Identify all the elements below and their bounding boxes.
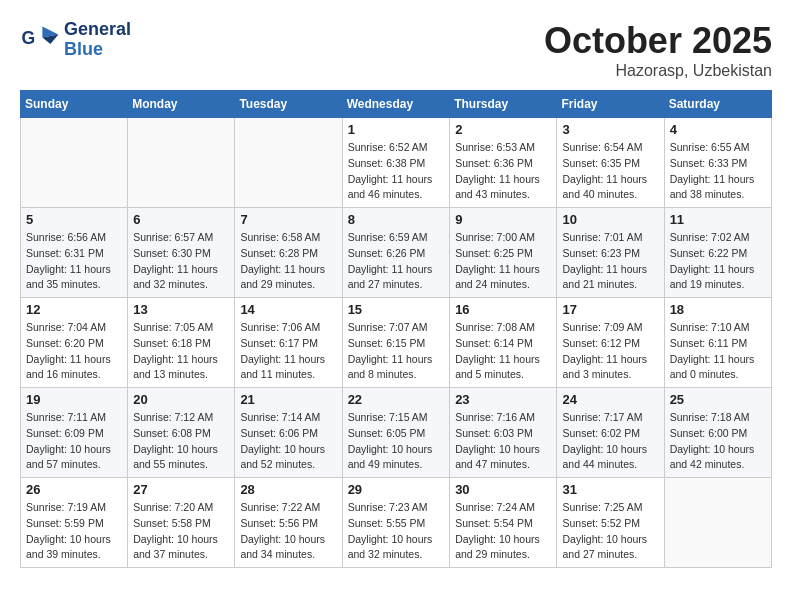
calendar-cell: 10Sunrise: 7:01 AMSunset: 6:23 PMDayligh… (557, 208, 664, 298)
day-info: Sunrise: 6:57 AMSunset: 6:30 PMDaylight:… (133, 230, 229, 293)
logo-general: General (64, 20, 131, 40)
calendar-cell: 2Sunrise: 6:53 AMSunset: 6:36 PMDaylight… (450, 118, 557, 208)
calendar-cell: 28Sunrise: 7:22 AMSunset: 5:56 PMDayligh… (235, 478, 342, 568)
calendar-cell: 5Sunrise: 6:56 AMSunset: 6:31 PMDaylight… (21, 208, 128, 298)
day-number: 14 (240, 302, 336, 317)
svg-text:G: G (22, 28, 36, 48)
weekday-header-monday: Monday (128, 91, 235, 118)
calendar-cell: 21Sunrise: 7:14 AMSunset: 6:06 PMDayligh… (235, 388, 342, 478)
calendar-cell: 9Sunrise: 7:00 AMSunset: 6:25 PMDaylight… (450, 208, 557, 298)
day-number: 18 (670, 302, 766, 317)
day-info: Sunrise: 7:14 AMSunset: 6:06 PMDaylight:… (240, 410, 336, 473)
page-header: G General Blue October 2025 Hazorasp, Uz… (20, 20, 772, 80)
day-info: Sunrise: 6:54 AMSunset: 6:35 PMDaylight:… (562, 140, 658, 203)
calendar-cell (664, 478, 771, 568)
calendar-cell: 1Sunrise: 6:52 AMSunset: 6:38 PMDaylight… (342, 118, 450, 208)
day-number: 16 (455, 302, 551, 317)
location: Hazorasp, Uzbekistan (544, 62, 772, 80)
day-number: 10 (562, 212, 658, 227)
calendar-cell: 17Sunrise: 7:09 AMSunset: 6:12 PMDayligh… (557, 298, 664, 388)
day-info: Sunrise: 7:25 AMSunset: 5:52 PMDaylight:… (562, 500, 658, 563)
calendar-cell: 25Sunrise: 7:18 AMSunset: 6:00 PMDayligh… (664, 388, 771, 478)
calendar-cell: 7Sunrise: 6:58 AMSunset: 6:28 PMDaylight… (235, 208, 342, 298)
weekday-header-thursday: Thursday (450, 91, 557, 118)
calendar-cell (128, 118, 235, 208)
day-number: 13 (133, 302, 229, 317)
day-info: Sunrise: 7:10 AMSunset: 6:11 PMDaylight:… (670, 320, 766, 383)
day-number: 2 (455, 122, 551, 137)
calendar-cell: 18Sunrise: 7:10 AMSunset: 6:11 PMDayligh… (664, 298, 771, 388)
day-number: 5 (26, 212, 122, 227)
calendar-cell: 20Sunrise: 7:12 AMSunset: 6:08 PMDayligh… (128, 388, 235, 478)
day-number: 12 (26, 302, 122, 317)
day-info: Sunrise: 6:55 AMSunset: 6:33 PMDaylight:… (670, 140, 766, 203)
day-info: Sunrise: 7:01 AMSunset: 6:23 PMDaylight:… (562, 230, 658, 293)
calendar-table: SundayMondayTuesdayWednesdayThursdayFrid… (20, 90, 772, 568)
calendar-cell: 24Sunrise: 7:17 AMSunset: 6:02 PMDayligh… (557, 388, 664, 478)
calendar-week-1: 1Sunrise: 6:52 AMSunset: 6:38 PMDaylight… (21, 118, 772, 208)
calendar-week-3: 12Sunrise: 7:04 AMSunset: 6:20 PMDayligh… (21, 298, 772, 388)
day-info: Sunrise: 7:17 AMSunset: 6:02 PMDaylight:… (562, 410, 658, 473)
day-number: 29 (348, 482, 445, 497)
day-info: Sunrise: 7:04 AMSunset: 6:20 PMDaylight:… (26, 320, 122, 383)
day-info: Sunrise: 7:24 AMSunset: 5:54 PMDaylight:… (455, 500, 551, 563)
title-block: October 2025 Hazorasp, Uzbekistan (544, 20, 772, 80)
day-info: Sunrise: 7:09 AMSunset: 6:12 PMDaylight:… (562, 320, 658, 383)
day-info: Sunrise: 7:22 AMSunset: 5:56 PMDaylight:… (240, 500, 336, 563)
calendar-week-2: 5Sunrise: 6:56 AMSunset: 6:31 PMDaylight… (21, 208, 772, 298)
month-title: October 2025 (544, 20, 772, 62)
calendar-cell: 19Sunrise: 7:11 AMSunset: 6:09 PMDayligh… (21, 388, 128, 478)
calendar-week-5: 26Sunrise: 7:19 AMSunset: 5:59 PMDayligh… (21, 478, 772, 568)
day-number: 30 (455, 482, 551, 497)
logo-blue: Blue (64, 40, 131, 60)
day-info: Sunrise: 7:19 AMSunset: 5:59 PMDaylight:… (26, 500, 122, 563)
logo-text: General Blue (64, 20, 131, 60)
day-info: Sunrise: 7:02 AMSunset: 6:22 PMDaylight:… (670, 230, 766, 293)
calendar-cell: 29Sunrise: 7:23 AMSunset: 5:55 PMDayligh… (342, 478, 450, 568)
day-number: 26 (26, 482, 122, 497)
day-number: 17 (562, 302, 658, 317)
calendar-cell (235, 118, 342, 208)
weekday-header-friday: Friday (557, 91, 664, 118)
day-number: 24 (562, 392, 658, 407)
day-number: 25 (670, 392, 766, 407)
day-info: Sunrise: 7:23 AMSunset: 5:55 PMDaylight:… (348, 500, 445, 563)
day-info: Sunrise: 6:58 AMSunset: 6:28 PMDaylight:… (240, 230, 336, 293)
calendar-cell: 22Sunrise: 7:15 AMSunset: 6:05 PMDayligh… (342, 388, 450, 478)
calendar-cell: 31Sunrise: 7:25 AMSunset: 5:52 PMDayligh… (557, 478, 664, 568)
calendar-header-row: SundayMondayTuesdayWednesdayThursdayFrid… (21, 91, 772, 118)
weekday-header-wednesday: Wednesday (342, 91, 450, 118)
calendar-cell (21, 118, 128, 208)
calendar-cell: 13Sunrise: 7:05 AMSunset: 6:18 PMDayligh… (128, 298, 235, 388)
day-info: Sunrise: 7:06 AMSunset: 6:17 PMDaylight:… (240, 320, 336, 383)
day-number: 27 (133, 482, 229, 497)
calendar-cell: 14Sunrise: 7:06 AMSunset: 6:17 PMDayligh… (235, 298, 342, 388)
day-number: 23 (455, 392, 551, 407)
calendar-cell: 30Sunrise: 7:24 AMSunset: 5:54 PMDayligh… (450, 478, 557, 568)
day-info: Sunrise: 7:18 AMSunset: 6:00 PMDaylight:… (670, 410, 766, 473)
day-number: 28 (240, 482, 336, 497)
day-number: 22 (348, 392, 445, 407)
day-number: 6 (133, 212, 229, 227)
day-number: 8 (348, 212, 445, 227)
calendar-cell: 16Sunrise: 7:08 AMSunset: 6:14 PMDayligh… (450, 298, 557, 388)
calendar-cell: 12Sunrise: 7:04 AMSunset: 6:20 PMDayligh… (21, 298, 128, 388)
day-number: 31 (562, 482, 658, 497)
weekday-header-tuesday: Tuesday (235, 91, 342, 118)
logo-icon: G (20, 20, 60, 60)
day-info: Sunrise: 6:53 AMSunset: 6:36 PMDaylight:… (455, 140, 551, 203)
calendar-cell: 23Sunrise: 7:16 AMSunset: 6:03 PMDayligh… (450, 388, 557, 478)
day-info: Sunrise: 7:11 AMSunset: 6:09 PMDaylight:… (26, 410, 122, 473)
calendar-cell: 4Sunrise: 6:55 AMSunset: 6:33 PMDaylight… (664, 118, 771, 208)
day-number: 15 (348, 302, 445, 317)
day-info: Sunrise: 7:15 AMSunset: 6:05 PMDaylight:… (348, 410, 445, 473)
day-info: Sunrise: 7:07 AMSunset: 6:15 PMDaylight:… (348, 320, 445, 383)
day-info: Sunrise: 6:59 AMSunset: 6:26 PMDaylight:… (348, 230, 445, 293)
calendar-cell: 27Sunrise: 7:20 AMSunset: 5:58 PMDayligh… (128, 478, 235, 568)
day-number: 21 (240, 392, 336, 407)
calendar-cell: 8Sunrise: 6:59 AMSunset: 6:26 PMDaylight… (342, 208, 450, 298)
day-info: Sunrise: 7:05 AMSunset: 6:18 PMDaylight:… (133, 320, 229, 383)
logo: G General Blue (20, 20, 131, 60)
calendar-cell: 3Sunrise: 6:54 AMSunset: 6:35 PMDaylight… (557, 118, 664, 208)
day-info: Sunrise: 7:16 AMSunset: 6:03 PMDaylight:… (455, 410, 551, 473)
